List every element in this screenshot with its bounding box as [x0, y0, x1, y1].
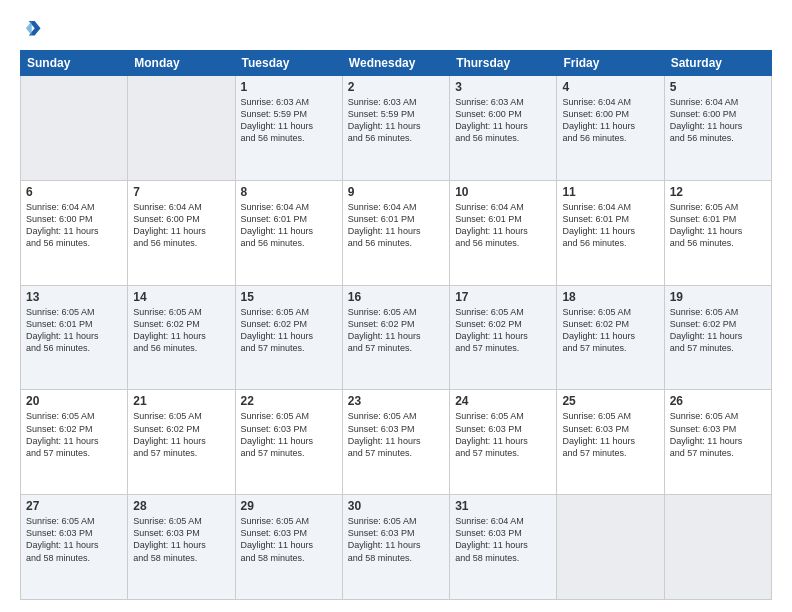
day-number: 5: [670, 80, 766, 94]
day-info: Sunrise: 6:05 AM Sunset: 6:01 PM Dayligh…: [26, 306, 122, 355]
calendar-day-cell: 25Sunrise: 6:05 AM Sunset: 6:03 PM Dayli…: [557, 390, 664, 495]
day-number: 2: [348, 80, 444, 94]
weekday-header-tuesday: Tuesday: [235, 51, 342, 76]
calendar-day-cell: 26Sunrise: 6:05 AM Sunset: 6:03 PM Dayli…: [664, 390, 771, 495]
calendar-day-cell: 3Sunrise: 6:03 AM Sunset: 6:00 PM Daylig…: [450, 76, 557, 181]
day-number: 16: [348, 290, 444, 304]
calendar-day-cell: 21Sunrise: 6:05 AM Sunset: 6:02 PM Dayli…: [128, 390, 235, 495]
calendar-day-cell: [128, 76, 235, 181]
day-number: 8: [241, 185, 337, 199]
day-number: 3: [455, 80, 551, 94]
calendar-week-row: 20Sunrise: 6:05 AM Sunset: 6:02 PM Dayli…: [21, 390, 772, 495]
page: SundayMondayTuesdayWednesdayThursdayFrid…: [0, 0, 792, 612]
day-info: Sunrise: 6:03 AM Sunset: 5:59 PM Dayligh…: [241, 96, 337, 145]
day-info: Sunrise: 6:04 AM Sunset: 6:00 PM Dayligh…: [562, 96, 658, 145]
day-info: Sunrise: 6:04 AM Sunset: 6:01 PM Dayligh…: [455, 201, 551, 250]
day-number: 19: [670, 290, 766, 304]
calendar-day-cell: 24Sunrise: 6:05 AM Sunset: 6:03 PM Dayli…: [450, 390, 557, 495]
day-info: Sunrise: 6:05 AM Sunset: 6:02 PM Dayligh…: [348, 306, 444, 355]
calendar-day-cell: 7Sunrise: 6:04 AM Sunset: 6:00 PM Daylig…: [128, 180, 235, 285]
day-number: 20: [26, 394, 122, 408]
calendar-day-cell: 15Sunrise: 6:05 AM Sunset: 6:02 PM Dayli…: [235, 285, 342, 390]
day-number: 30: [348, 499, 444, 513]
header: [20, 18, 772, 40]
calendar-day-cell: 16Sunrise: 6:05 AM Sunset: 6:02 PM Dayli…: [342, 285, 449, 390]
calendar-day-cell: 10Sunrise: 6:04 AM Sunset: 6:01 PM Dayli…: [450, 180, 557, 285]
logo-icon: [20, 18, 42, 40]
svg-marker-1: [26, 21, 32, 36]
day-number: 9: [348, 185, 444, 199]
calendar-day-cell: 17Sunrise: 6:05 AM Sunset: 6:02 PM Dayli…: [450, 285, 557, 390]
calendar-week-row: 1Sunrise: 6:03 AM Sunset: 5:59 PM Daylig…: [21, 76, 772, 181]
day-number: 29: [241, 499, 337, 513]
calendar-day-cell: 19Sunrise: 6:05 AM Sunset: 6:02 PM Dayli…: [664, 285, 771, 390]
calendar-day-cell: 18Sunrise: 6:05 AM Sunset: 6:02 PM Dayli…: [557, 285, 664, 390]
day-info: Sunrise: 6:05 AM Sunset: 6:03 PM Dayligh…: [670, 410, 766, 459]
day-info: Sunrise: 6:05 AM Sunset: 6:02 PM Dayligh…: [562, 306, 658, 355]
day-info: Sunrise: 6:05 AM Sunset: 6:03 PM Dayligh…: [348, 515, 444, 564]
day-number: 13: [26, 290, 122, 304]
day-number: 4: [562, 80, 658, 94]
day-number: 25: [562, 394, 658, 408]
weekday-header-monday: Monday: [128, 51, 235, 76]
calendar-day-cell: 9Sunrise: 6:04 AM Sunset: 6:01 PM Daylig…: [342, 180, 449, 285]
day-info: Sunrise: 6:04 AM Sunset: 6:00 PM Dayligh…: [133, 201, 229, 250]
calendar-day-cell: 5Sunrise: 6:04 AM Sunset: 6:00 PM Daylig…: [664, 76, 771, 181]
calendar-day-cell: 13Sunrise: 6:05 AM Sunset: 6:01 PM Dayli…: [21, 285, 128, 390]
day-info: Sunrise: 6:05 AM Sunset: 6:03 PM Dayligh…: [241, 515, 337, 564]
day-info: Sunrise: 6:05 AM Sunset: 6:03 PM Dayligh…: [455, 410, 551, 459]
day-info: Sunrise: 6:05 AM Sunset: 6:02 PM Dayligh…: [26, 410, 122, 459]
day-number: 22: [241, 394, 337, 408]
calendar-day-cell: 12Sunrise: 6:05 AM Sunset: 6:01 PM Dayli…: [664, 180, 771, 285]
weekday-header-saturday: Saturday: [664, 51, 771, 76]
calendar-day-cell: 20Sunrise: 6:05 AM Sunset: 6:02 PM Dayli…: [21, 390, 128, 495]
calendar-day-cell: [557, 495, 664, 600]
day-info: Sunrise: 6:05 AM Sunset: 6:02 PM Dayligh…: [455, 306, 551, 355]
calendar-day-cell: 4Sunrise: 6:04 AM Sunset: 6:00 PM Daylig…: [557, 76, 664, 181]
day-number: 1: [241, 80, 337, 94]
day-number: 15: [241, 290, 337, 304]
calendar-day-cell: 22Sunrise: 6:05 AM Sunset: 6:03 PM Dayli…: [235, 390, 342, 495]
day-info: Sunrise: 6:05 AM Sunset: 6:02 PM Dayligh…: [133, 306, 229, 355]
day-number: 24: [455, 394, 551, 408]
day-info: Sunrise: 6:04 AM Sunset: 6:01 PM Dayligh…: [348, 201, 444, 250]
day-number: 27: [26, 499, 122, 513]
calendar-week-row: 6Sunrise: 6:04 AM Sunset: 6:00 PM Daylig…: [21, 180, 772, 285]
day-info: Sunrise: 6:04 AM Sunset: 6:00 PM Dayligh…: [26, 201, 122, 250]
day-info: Sunrise: 6:05 AM Sunset: 6:03 PM Dayligh…: [133, 515, 229, 564]
day-number: 28: [133, 499, 229, 513]
weekday-header-thursday: Thursday: [450, 51, 557, 76]
day-info: Sunrise: 6:05 AM Sunset: 6:03 PM Dayligh…: [562, 410, 658, 459]
day-number: 11: [562, 185, 658, 199]
day-info: Sunrise: 6:04 AM Sunset: 6:01 PM Dayligh…: [562, 201, 658, 250]
calendar-week-row: 27Sunrise: 6:05 AM Sunset: 6:03 PM Dayli…: [21, 495, 772, 600]
day-info: Sunrise: 6:05 AM Sunset: 6:02 PM Dayligh…: [670, 306, 766, 355]
day-number: 17: [455, 290, 551, 304]
calendar-day-cell: 8Sunrise: 6:04 AM Sunset: 6:01 PM Daylig…: [235, 180, 342, 285]
calendar-day-cell: 28Sunrise: 6:05 AM Sunset: 6:03 PM Dayli…: [128, 495, 235, 600]
day-number: 31: [455, 499, 551, 513]
day-number: 14: [133, 290, 229, 304]
weekday-header-sunday: Sunday: [21, 51, 128, 76]
weekday-header-wednesday: Wednesday: [342, 51, 449, 76]
calendar-day-cell: 30Sunrise: 6:05 AM Sunset: 6:03 PM Dayli…: [342, 495, 449, 600]
logo: [20, 18, 46, 40]
calendar-day-cell: 27Sunrise: 6:05 AM Sunset: 6:03 PM Dayli…: [21, 495, 128, 600]
day-number: 23: [348, 394, 444, 408]
day-info: Sunrise: 6:05 AM Sunset: 6:02 PM Dayligh…: [133, 410, 229, 459]
day-info: Sunrise: 6:05 AM Sunset: 6:03 PM Dayligh…: [26, 515, 122, 564]
weekday-header-friday: Friday: [557, 51, 664, 76]
calendar-day-cell: 11Sunrise: 6:04 AM Sunset: 6:01 PM Dayli…: [557, 180, 664, 285]
calendar-day-cell: 1Sunrise: 6:03 AM Sunset: 5:59 PM Daylig…: [235, 76, 342, 181]
calendar-table: SundayMondayTuesdayWednesdayThursdayFrid…: [20, 50, 772, 600]
weekday-header-row: SundayMondayTuesdayWednesdayThursdayFrid…: [21, 51, 772, 76]
day-number: 21: [133, 394, 229, 408]
day-number: 10: [455, 185, 551, 199]
day-info: Sunrise: 6:05 AM Sunset: 6:02 PM Dayligh…: [241, 306, 337, 355]
day-info: Sunrise: 6:04 AM Sunset: 6:00 PM Dayligh…: [670, 96, 766, 145]
calendar-day-cell: [21, 76, 128, 181]
calendar-day-cell: 31Sunrise: 6:04 AM Sunset: 6:03 PM Dayli…: [450, 495, 557, 600]
day-number: 12: [670, 185, 766, 199]
calendar-day-cell: 29Sunrise: 6:05 AM Sunset: 6:03 PM Dayli…: [235, 495, 342, 600]
day-info: Sunrise: 6:05 AM Sunset: 6:03 PM Dayligh…: [348, 410, 444, 459]
